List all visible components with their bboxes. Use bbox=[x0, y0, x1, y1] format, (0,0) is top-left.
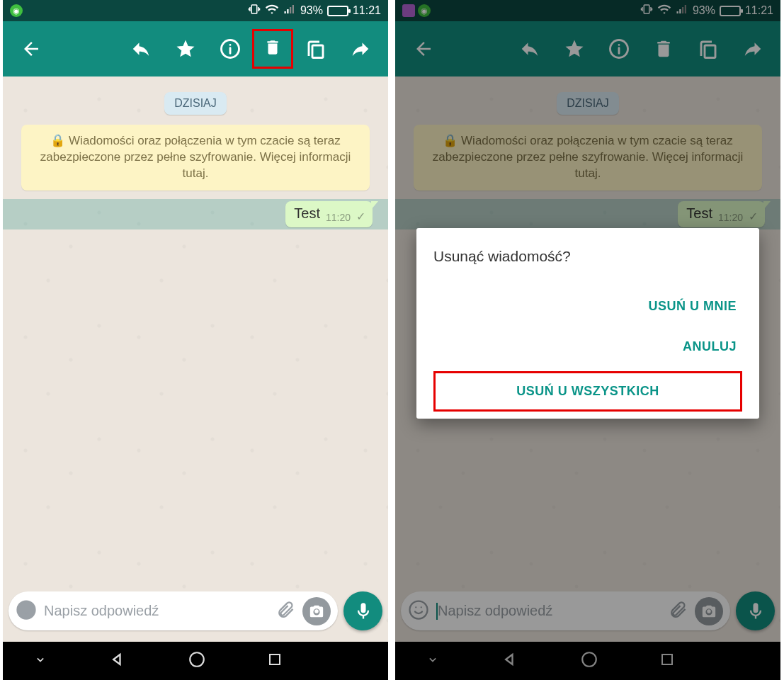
encryption-notice[interactable]: 🔒 Wiadomości oraz połączenia w tym czaci… bbox=[21, 125, 370, 191]
svg-rect-4 bbox=[292, 5, 294, 13]
cancel-button[interactable]: ANULUJ bbox=[433, 327, 742, 367]
nav-caret-icon[interactable] bbox=[33, 652, 47, 669]
star-button[interactable] bbox=[163, 21, 208, 76]
forward-button[interactable] bbox=[338, 21, 382, 76]
svg-rect-1 bbox=[284, 11, 285, 13]
delete-button-highlight bbox=[252, 29, 293, 69]
nav-home-icon[interactable] bbox=[188, 650, 206, 672]
delete-for-me-button[interactable]: USUŃ U MNIE bbox=[433, 286, 742, 327]
camera-icon[interactable] bbox=[302, 597, 331, 625]
lock-icon: 🔒 bbox=[50, 134, 65, 147]
status-bar: ◉ 93% 11:21 bbox=[3, 0, 388, 21]
info-button[interactable] bbox=[208, 21, 252, 76]
app-notif-icon: ◉ bbox=[10, 4, 23, 17]
emoji-icon[interactable] bbox=[16, 599, 37, 623]
message-text: Test bbox=[294, 205, 320, 222]
date-chip: DZISIAJ bbox=[164, 92, 227, 115]
delete-dialog: Usunąć wiadomość? USUŃ U MNIE ANULUJ USU… bbox=[416, 228, 759, 419]
battery-icon bbox=[327, 6, 348, 16]
check-icon: ✓ bbox=[356, 210, 365, 223]
svg-point-7 bbox=[18, 601, 35, 618]
phone-right: ◉ 93% 11:21 bbox=[395, 0, 780, 680]
nav-recent-icon[interactable] bbox=[266, 651, 283, 671]
svg-rect-6 bbox=[312, 45, 323, 58]
signal-icon bbox=[283, 3, 296, 18]
svg-rect-0 bbox=[251, 5, 257, 13]
chat-area[interactable]: DZISIAJ 🔒 Wiadomości oraz połączenia w t… bbox=[3, 76, 388, 680]
battery-pct: 93% bbox=[300, 4, 323, 17]
message-time: 11:20 bbox=[326, 212, 351, 223]
nav-back-icon[interactable] bbox=[108, 650, 127, 672]
phone-left: ◉ 93% 11:21 bbox=[3, 0, 388, 680]
svg-rect-9 bbox=[270, 654, 280, 664]
reply-button[interactable] bbox=[118, 21, 163, 76]
copy-button[interactable] bbox=[293, 21, 338, 76]
clock: 11:21 bbox=[353, 4, 381, 17]
delete-button[interactable] bbox=[263, 38, 282, 60]
input-row bbox=[3, 591, 388, 636]
svg-rect-2 bbox=[287, 9, 288, 13]
message-input[interactable] bbox=[44, 603, 268, 619]
svg-point-8 bbox=[190, 652, 204, 667]
message-bubble[interactable]: Test 11:20 ✓ bbox=[285, 201, 373, 227]
wifi-icon bbox=[265, 2, 279, 19]
message-input-box[interactable] bbox=[8, 591, 338, 630]
selected-message-row[interactable]: Test 11:20 ✓ bbox=[3, 199, 388, 230]
back-button[interactable] bbox=[8, 21, 53, 76]
mic-button[interactable] bbox=[343, 591, 382, 630]
nav-bar bbox=[3, 642, 388, 680]
svg-rect-3 bbox=[290, 7, 291, 13]
selection-action-bar bbox=[3, 21, 388, 76]
vibrate-icon bbox=[248, 3, 261, 18]
dialog-title: Usunąć wiadomość? bbox=[433, 248, 742, 265]
delete-for-all-button[interactable]: USUŃ U WSZYSTKICH bbox=[433, 371, 742, 412]
attach-icon[interactable] bbox=[275, 600, 295, 623]
